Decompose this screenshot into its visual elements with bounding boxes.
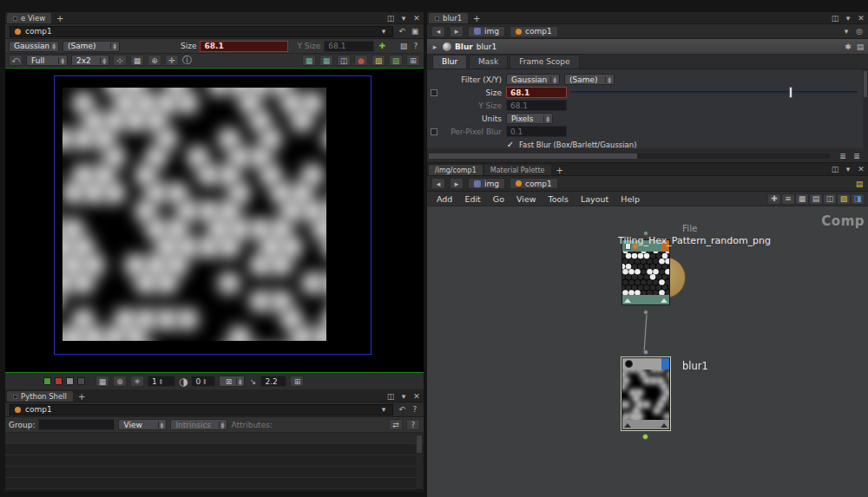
reset-view-icon[interactable] xyxy=(9,55,23,66)
offset-field[interactable]: 0 xyxy=(191,376,215,387)
file-node[interactable] xyxy=(621,239,670,305)
tab-network-path[interactable]: /img/comp1 xyxy=(429,165,483,175)
plane-alpha-icon[interactable] xyxy=(319,55,333,66)
notes-icon[interactable] xyxy=(855,180,864,188)
presets-icon[interactable] xyxy=(856,43,865,51)
viewer-filter-same-dropdown[interactable]: (Same) xyxy=(62,41,120,52)
tab-python-shell[interactable]: Python Shell xyxy=(7,391,73,402)
history-back-icon[interactable] xyxy=(398,405,406,414)
hscroll-groove[interactable] xyxy=(429,154,830,159)
param-tab-frame-scope[interactable]: Frame Scope xyxy=(510,55,579,69)
filter-same-dropdown[interactable]: (Same) xyxy=(564,74,615,85)
menu-tools[interactable]: Tools xyxy=(542,194,575,204)
viewer-y-size-field[interactable]: 68.1 xyxy=(324,41,374,52)
background-icon[interactable] xyxy=(95,376,109,387)
help-icon[interactable] xyxy=(411,42,420,50)
pane-split-icon[interactable] xyxy=(386,392,395,401)
intrinsics-dropdown[interactable]: Intrinsics xyxy=(170,419,227,430)
pane-options-icon[interactable] xyxy=(852,152,861,160)
swatch-dark[interactable] xyxy=(77,377,85,385)
pane-options-icon[interactable] xyxy=(838,152,847,160)
pane-split-icon[interactable] xyxy=(831,165,839,173)
tiles-icon[interactable] xyxy=(406,55,420,66)
sticky-note-icon[interactable] xyxy=(837,193,851,205)
blur-node[interactable] xyxy=(621,357,670,430)
chevron-down-icon[interactable] xyxy=(842,27,851,36)
group-field[interactable] xyxy=(38,419,115,430)
blur-node-output-connector[interactable] xyxy=(642,434,648,440)
viewer-context-path[interactable]: comp1 xyxy=(10,26,393,37)
pane-close-icon[interactable] xyxy=(412,14,421,23)
size-field[interactable]: 68.1 xyxy=(506,87,567,98)
menu-add[interactable]: Add xyxy=(431,194,458,204)
swatch-red[interactable] xyxy=(55,377,62,385)
param-tab-mask[interactable]: Mask xyxy=(469,55,508,69)
y-size-field[interactable]: 68.1 xyxy=(506,100,567,111)
hscroll-handle[interactable] xyxy=(429,154,637,159)
snapshot-icon[interactable] xyxy=(399,42,408,50)
breadcrumb-network[interactable]: img xyxy=(468,26,505,37)
split-mode-dropdown[interactable]: 2x2 xyxy=(71,55,109,66)
spreadsheet-context-path[interactable]: comp1 xyxy=(10,404,393,415)
units-dropdown[interactable]: Pixels xyxy=(506,113,553,124)
menu-go[interactable]: Go xyxy=(487,194,510,204)
new-tab-button[interactable] xyxy=(75,392,89,402)
grid-snap-icon[interactable] xyxy=(795,193,809,205)
gain-stepper[interactable] xyxy=(160,378,162,384)
breadcrumb-node[interactable]: comp1 xyxy=(510,178,558,189)
size-slider[interactable] xyxy=(571,87,858,98)
menu-view[interactable]: View xyxy=(510,194,542,204)
pane-close-icon[interactable] xyxy=(857,165,865,173)
pin-icon[interactable] xyxy=(855,27,864,36)
tab-composite-view[interactable]: e View xyxy=(7,13,51,23)
help-icon[interactable] xyxy=(406,419,420,430)
viewer-filter-dropdown[interactable]: Gaussian xyxy=(9,41,59,52)
new-tab-button[interactable] xyxy=(470,14,483,23)
swatch-gray[interactable] xyxy=(66,377,74,385)
back-icon[interactable] xyxy=(431,26,445,37)
histogram-icon[interactable] xyxy=(290,376,304,387)
breadcrumb-network[interactable]: img xyxy=(468,178,505,189)
menu-layout[interactable]: Layout xyxy=(575,194,615,204)
gamma-field[interactable]: 2.2 xyxy=(260,376,286,387)
gain-field[interactable]: 1 xyxy=(148,376,175,387)
info-icon[interactable] xyxy=(182,54,192,67)
blur-node-display-flag[interactable] xyxy=(661,358,669,369)
slider-handle[interactable] xyxy=(789,87,792,98)
file-node-output-connector[interactable] xyxy=(643,310,648,315)
network-editor[interactable]: Comp File Tiling_Hex_Pattern_random_png … xyxy=(427,206,868,497)
param-tab-blur[interactable]: Blur xyxy=(432,55,467,69)
checker-yellow-icon[interactable] xyxy=(372,55,385,66)
lut-dropdown[interactable] xyxy=(219,376,245,387)
preview-sphere-icon[interactable] xyxy=(354,55,368,66)
view-mode-dropdown[interactable]: Full xyxy=(26,55,68,66)
help-icon[interactable] xyxy=(411,405,419,414)
new-tab-button[interactable] xyxy=(53,14,67,23)
menu-edit[interactable]: Edit xyxy=(458,194,486,204)
gear-icon[interactable] xyxy=(844,43,852,51)
pane-split-icon[interactable] xyxy=(831,14,839,23)
clamp-icon[interactable] xyxy=(130,376,144,387)
pane-menu-icon[interactable] xyxy=(844,14,852,23)
blur-node-input-connector[interactable] xyxy=(643,350,648,355)
dither-icon[interactable] xyxy=(113,376,127,387)
forward-icon[interactable] xyxy=(450,26,464,37)
plane-color-icon[interactable] xyxy=(302,55,316,66)
menu-help[interactable]: Help xyxy=(615,194,646,204)
swatch-green[interactable] xyxy=(43,377,51,385)
pane-menu-icon[interactable] xyxy=(399,392,408,401)
size-channel-checkbox[interactable] xyxy=(431,89,437,96)
list-icon[interactable] xyxy=(781,193,795,205)
new-tab-button[interactable] xyxy=(553,166,567,175)
curve-icon[interactable] xyxy=(248,377,257,386)
table-scrollbar[interactable] xyxy=(416,434,423,489)
tab-blur1[interactable]: blur1 xyxy=(429,13,468,23)
collapse-arrow-icon[interactable] xyxy=(431,43,439,51)
back-icon[interactable] xyxy=(431,178,445,189)
per-pixel-channel-checkbox[interactable] xyxy=(431,128,437,135)
swap-icon[interactable] xyxy=(389,419,403,430)
forward-icon[interactable] xyxy=(450,178,464,189)
offset-stepper[interactable] xyxy=(203,378,206,384)
composite-viewport[interactable] xyxy=(5,68,424,373)
history-back-icon[interactable] xyxy=(398,27,406,36)
